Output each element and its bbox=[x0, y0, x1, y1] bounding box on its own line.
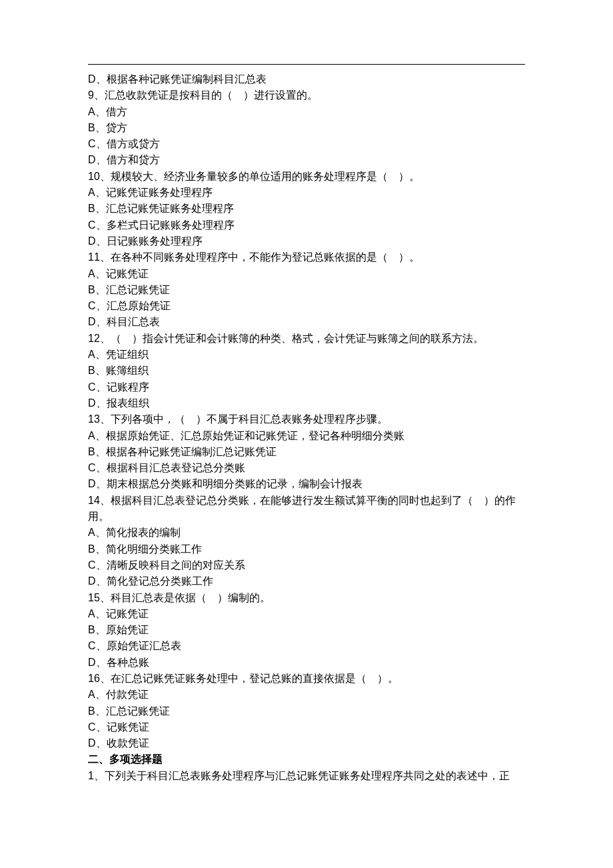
text-line: 1、下列关于科目汇总表账务处理程序与汇总记账凭证账务处理程序共同之处的表述中，正 bbox=[88, 768, 525, 784]
text-line: C、清晰反映科目之间的对应关系 bbox=[88, 557, 525, 573]
text-line: B、根据各种记账凭证编制汇总记账凭证 bbox=[88, 444, 525, 460]
text-line: A、根据原始凭证、汇总原始凭证和记账凭证，登记各种明细分类账 bbox=[88, 428, 525, 444]
text-line: 用。 bbox=[88, 509, 525, 525]
text-line: B、原始凭证 bbox=[88, 622, 525, 638]
text-line: B、简化明细分类账工作 bbox=[88, 541, 525, 557]
text-line: A、记账凭证账务处理程序 bbox=[88, 185, 525, 201]
text-line: 15、科目汇总表是依据（ ）编制的。 bbox=[88, 590, 525, 606]
text-line: A、记账凭证 bbox=[88, 266, 525, 282]
text-line: D、报表组织 bbox=[88, 395, 525, 411]
text-line: D、根据各种记账凭证编制科目汇总表 bbox=[88, 71, 525, 87]
text-line: D、简化登记总分类账工作 bbox=[88, 573, 525, 589]
text-line: C、汇总原始凭证 bbox=[88, 298, 525, 314]
text-line: B、贷方 bbox=[88, 120, 525, 136]
text-line: 14、根据科目汇总表登记总分类账，在能够进行发生额试算平衡的同时也起到了（ ）的… bbox=[88, 493, 525, 509]
text-line: C、记账程序 bbox=[88, 379, 525, 395]
text-line: 12、（ ）指会计凭证和会计账簿的种类、格式，会计凭证与账簿之间的联系方法。 bbox=[88, 331, 525, 347]
text-content: D、根据各种记账凭证编制科目汇总表9、汇总收款凭证是按科目的（ ）进行设置的。A… bbox=[88, 71, 525, 784]
text-line: A、借方 bbox=[88, 104, 525, 120]
text-line: A、付款凭证 bbox=[88, 687, 525, 703]
text-line: D、收款凭证 bbox=[88, 735, 525, 751]
horizontal-rule bbox=[88, 64, 525, 65]
text-line: B、汇总记账凭证账务处理程序 bbox=[88, 201, 525, 217]
text-line: 16、在汇总记账凭证账务处理中，登记总账的直接依据是（ ）。 bbox=[88, 671, 525, 687]
text-line: 11、在各种不同账务处理程序中，不能作为登记总账依据的是（ ）。 bbox=[88, 249, 525, 265]
text-line: C、多栏式日记账账务处理程序 bbox=[88, 217, 525, 233]
text-line: A、凭证组织 bbox=[88, 347, 525, 363]
text-line: C、根据科目汇总表登记总分类账 bbox=[88, 460, 525, 476]
text-line: B、汇总记账凭证 bbox=[88, 282, 525, 298]
text-line: B、汇总记账凭证 bbox=[88, 703, 525, 719]
text-line: C、记账凭证 bbox=[88, 719, 525, 735]
document-page: D、根据各种记账凭证编制科目汇总表9、汇总收款凭证是按科目的（ ）进行设置的。A… bbox=[0, 0, 613, 868]
text-line: D、期末根据总分类账和明细分类账的记录，编制会计报表 bbox=[88, 476, 525, 492]
text-line: D、科目汇总表 bbox=[88, 314, 525, 330]
text-line: B、账簿组织 bbox=[88, 363, 525, 379]
text-line: D、借方和贷方 bbox=[88, 152, 525, 168]
text-line: 9、汇总收款凭证是按科目的（ ）进行设置的。 bbox=[88, 87, 525, 103]
text-line: C、借方或贷方 bbox=[88, 136, 525, 152]
text-line: 13、下列各项中，（ ）不属于科目汇总表账务处理程序步骤。 bbox=[88, 411, 525, 427]
text-line: D、日记账账务处理程序 bbox=[88, 233, 525, 249]
section-heading: 二、多项选择题 bbox=[88, 751, 525, 767]
text-line: A、记账凭证 bbox=[88, 606, 525, 622]
text-line: 10、规模较大、经济业务量较多的单位适用的账务处理程序是（ ）。 bbox=[88, 169, 525, 185]
text-line: D、各种总账 bbox=[88, 655, 525, 671]
text-line: C、原始凭证汇总表 bbox=[88, 638, 525, 654]
text-line: A、简化报表的编制 bbox=[88, 525, 525, 541]
